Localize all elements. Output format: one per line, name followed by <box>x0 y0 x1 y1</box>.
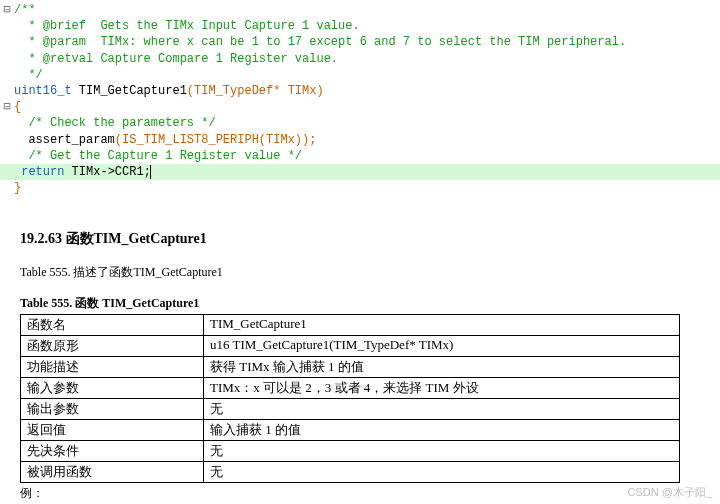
row-value: TIM_GetCapture1 <box>204 315 680 336</box>
inline-comment: /* Check the parameters */ <box>14 116 216 130</box>
fold-marker-icon[interactable]: ⊟ <box>0 2 14 18</box>
row-value: u16 TIM_GetCapture1(TIM_TypeDef* TIMx) <box>204 336 680 357</box>
table-row: 功能描述获得 TIMx 输入捕获 1 的值 <box>21 357 680 378</box>
watermark: CSDN @木子阳_ <box>627 485 712 500</box>
code-line: * @brief Gets the TIMx Input Capture 1 v… <box>0 18 720 34</box>
row-label: 函数原形 <box>21 336 204 357</box>
code-line: /* Check the parameters */ <box>0 115 720 131</box>
code-line-signature: uint16_t TIM_GetCapture1(TIM_TypeDef* TI… <box>0 83 720 99</box>
call-assert: assert_param <box>14 133 115 147</box>
return-type: uint16_t <box>14 84 72 98</box>
row-value: 无 <box>204 441 680 462</box>
row-value: 无 <box>204 462 680 483</box>
doc-comment-param: * @param TIMx: where x can be 1 to 17 ex… <box>14 35 626 49</box>
brace-open: { <box>14 100 21 114</box>
params: (TIM_TypeDef* TIMx) <box>187 84 324 98</box>
function-doc-table: 函数名TIM_GetCapture1 函数原形u16 TIM_GetCaptur… <box>20 314 680 483</box>
code-line: /* Get the Capture 1 Register value */ <box>0 148 720 164</box>
doc-comment-end: */ <box>14 68 43 82</box>
brace-close: } <box>14 181 21 195</box>
fold-marker-icon[interactable]: ⊟ <box>0 99 14 115</box>
table-row: 函数原形u16 TIM_GetCapture1(TIM_TypeDef* TIM… <box>21 336 680 357</box>
row-label: 先决条件 <box>21 441 204 462</box>
return-expr: TIMx->CCR1; <box>64 165 150 179</box>
table-caption-strong: Table 555. 函数 TIM_GetCapture1 <box>20 295 700 312</box>
row-label: 输出参数 <box>21 399 204 420</box>
row-label: 输入参数 <box>21 378 204 399</box>
row-value: 输入捕获 1 的值 <box>204 420 680 441</box>
code-line-highlight: return TIMx->CCR1; <box>0 164 720 180</box>
code-line: } <box>0 180 720 196</box>
row-value: 获得 TIMx 输入捕获 1 的值 <box>204 357 680 378</box>
call-arg: (IS_TIM_LIST8_PERIPH <box>115 133 259 147</box>
table-row: 返回值输入捕获 1 的值 <box>21 420 680 441</box>
table-row: 先决条件无 <box>21 441 680 462</box>
call-arg-end: (TIMx)); <box>259 133 317 147</box>
doc-comment: /** <box>14 3 36 17</box>
table-row: 函数名TIM_GetCapture1 <box>21 315 680 336</box>
code-line: assert_param(IS_TIM_LIST8_PERIPH(TIMx)); <box>0 132 720 148</box>
row-label: 被调用函数 <box>21 462 204 483</box>
doc-comment-brief: * @brief Gets the TIMx Input Capture 1 v… <box>14 19 360 33</box>
code-line: ⊟{ <box>0 99 720 115</box>
function-name: TIM_GetCapture1 <box>72 84 187 98</box>
code-line: * @param TIMx: where x can be 1 to 17 ex… <box>0 34 720 50</box>
row-label: 返回值 <box>21 420 204 441</box>
example-label: 例： <box>20 485 700 502</box>
code-line: ⊟/** <box>0 2 720 18</box>
table-caption-small: Table 555. 描述了函数TIM_GetCapture1 <box>20 264 700 281</box>
row-label: 功能描述 <box>21 357 204 378</box>
table-row: 输入参数TIMx：x 可以是 2，3 或者 4，来选择 TIM 外设 <box>21 378 680 399</box>
source-code-block: ⊟/** * @brief Gets the TIMx Input Captur… <box>0 2 720 196</box>
row-label: 函数名 <box>21 315 204 336</box>
keyword-return: return <box>14 165 64 179</box>
inline-comment: /* Get the Capture 1 Register value */ <box>14 149 302 163</box>
table-row: 输出参数无 <box>21 399 680 420</box>
row-value: TIMx：x 可以是 2，3 或者 4，来选择 TIM 外设 <box>204 378 680 399</box>
table-row: 被调用函数无 <box>21 462 680 483</box>
documentation-section: 19.2.63 函数TIM_GetCapture1 Table 555. 描述了… <box>0 196 720 504</box>
section-heading: 19.2.63 函数TIM_GetCapture1 <box>20 230 700 248</box>
code-line: */ <box>0 67 720 83</box>
row-value: 无 <box>204 399 680 420</box>
code-line: * @retval Capture Compare 1 Register val… <box>0 51 720 67</box>
doc-comment-retval: * @retval Capture Compare 1 Register val… <box>14 52 338 66</box>
